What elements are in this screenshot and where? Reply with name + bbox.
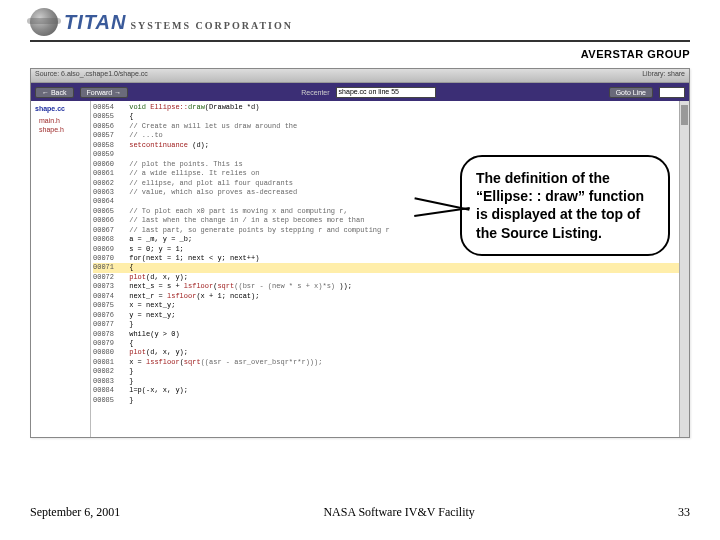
- page-number: 33: [678, 505, 690, 520]
- forward-button[interactable]: Forward →: [80, 87, 129, 98]
- code-line: 00076 y = next_y;: [93, 311, 687, 320]
- code-line: 00055 {: [93, 112, 687, 121]
- code-line: 00077 }: [93, 320, 687, 329]
- slide-header: TITAN SYSTEMS CORPORATION: [0, 0, 720, 40]
- globe-icon: [30, 8, 58, 36]
- group-label: AVERSTAR GROUP: [0, 42, 720, 68]
- logo: TITAN SYSTEMS CORPORATION: [30, 8, 293, 36]
- code-line: 00075 x = next_y;: [93, 301, 687, 310]
- recenter-input[interactable]: shape.cc on line 55: [336, 87, 436, 98]
- source-listing: 00054 void Ellipse::draw(Drawable *d)000…: [91, 101, 689, 437]
- code-line: 00071 {: [93, 263, 687, 272]
- footer-center: NASA Software IV&V Facility: [323, 505, 474, 520]
- code-line: 00073 next_s = s + lsfloor(sqrt((bsr - (…: [93, 282, 687, 291]
- title-left: Source: 6.also_.cshape1.0/shape.cc: [35, 70, 148, 81]
- code-line: 00079 {: [93, 339, 687, 348]
- file-tree-item[interactable]: shape.h: [39, 125, 86, 134]
- code-line: 00081 x = lssfloor(sqrt((asr - asr_over_…: [93, 358, 687, 367]
- file-tree-header[interactable]: shape.cc: [35, 105, 86, 112]
- code-line: 00057 // ...to: [93, 131, 687, 140]
- scrollbar[interactable]: [679, 101, 689, 437]
- code-line: 00080 plot(d, x, y);: [93, 348, 687, 357]
- code-line: 00058 setcontinuance (d);: [93, 141, 687, 150]
- code-line: 00078 while(y > 0): [93, 330, 687, 339]
- title-right: Library: share: [642, 70, 685, 81]
- callout-bubble: The definition of the “Ellipse: : draw” …: [460, 155, 670, 256]
- code-line: 00083 }: [93, 377, 687, 386]
- code-line: 00074 next_r = lsfloor(x + 1; nccat);: [93, 292, 687, 301]
- back-button[interactable]: ← Back: [35, 87, 74, 98]
- goto-line-input[interactable]: [659, 87, 685, 98]
- toolbar: ← Back Forward → Recenter shape.cc on li…: [31, 83, 689, 101]
- code-line: 00056 // Create an will let us draw arou…: [93, 122, 687, 131]
- code-line: 00054 void Ellipse::draw(Drawable *d): [93, 103, 687, 112]
- window-titlebar: Source: 6.also_.cshape1.0/shape.cc Libra…: [31, 69, 689, 83]
- scroll-thumb[interactable]: [681, 105, 688, 125]
- code-line: 00084 l=p(-x, x, y);: [93, 386, 687, 395]
- slide-footer: September 6, 2001 NASA Software IV&V Fac…: [0, 505, 720, 520]
- file-tree-item[interactable]: main.h: [39, 116, 86, 125]
- footer-date: September 6, 2001: [30, 505, 120, 520]
- code-line: 00082 }: [93, 367, 687, 376]
- goto-line-button[interactable]: Goto Line: [609, 87, 653, 98]
- code-line: 00085 }: [93, 396, 687, 405]
- brand-main: TITAN: [64, 11, 126, 34]
- code-line: 00072 plot(d, x, y);: [93, 273, 687, 282]
- file-tree: shape.cc main.h shape.h: [31, 101, 91, 437]
- recenter-label: Recenter: [301, 89, 329, 96]
- brand-sub: SYSTEMS CORPORATION: [130, 20, 293, 31]
